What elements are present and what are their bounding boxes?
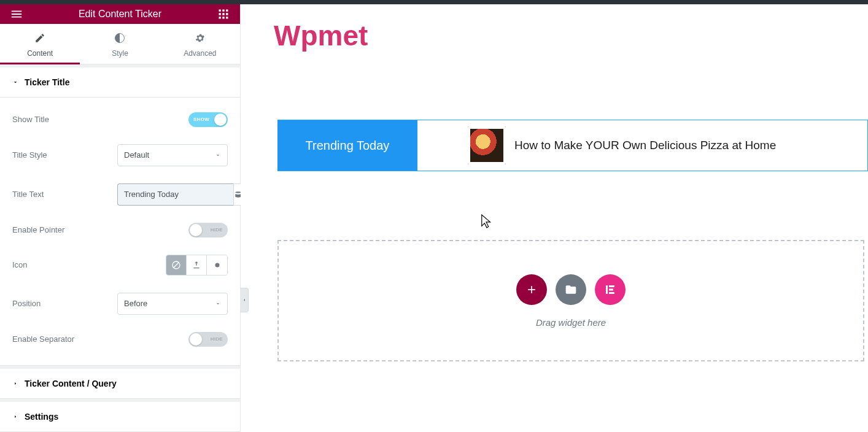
- icon-choice-group: [166, 255, 228, 276]
- tab-style[interactable]: Style: [80, 24, 160, 64]
- enable-pointer-label: Enable Pointer: [12, 225, 64, 234]
- control-icon: Icon: [12, 246, 228, 284]
- section-ticker-content-label: Ticker Content / Query: [25, 379, 117, 388]
- icon-choice-none[interactable]: [166, 255, 187, 275]
- title-style-value: Default: [124, 150, 149, 160]
- position-select[interactable]: Before: [117, 293, 228, 315]
- toggle-knob: [190, 224, 202, 236]
- hamburger-icon[interactable]: [9, 6, 25, 22]
- section-settings-label: Settings: [25, 412, 58, 422]
- toggle-label: HIDE: [211, 336, 223, 342]
- icon-choice-library[interactable]: [207, 255, 227, 275]
- tab-content[interactable]: Content: [0, 24, 80, 64]
- title-text-input[interactable]: [117, 183, 233, 206]
- widgets-grid-icon[interactable]: [215, 6, 231, 22]
- ticker-item-text: How to Make YOUR Own Delicious Pizza at …: [514, 139, 776, 152]
- caret-down-icon: [12, 79, 18, 85]
- dropzone-buttons: [516, 274, 626, 305]
- ticker-item-thumbnail: [468, 126, 506, 164]
- template-library-button[interactable]: [556, 274, 586, 305]
- control-show-title: Show Title SHOW: [12, 104, 228, 136]
- section-header-settings[interactable]: Settings: [0, 402, 240, 432]
- control-position: Position Before: [12, 284, 228, 323]
- title-style-label: Title Style: [12, 150, 47, 160]
- ticker-title: Trending Today: [277, 120, 417, 171]
- pencil-icon: [0, 33, 80, 45]
- section-header-ticker-content[interactable]: Ticker Content / Query: [0, 369, 240, 399]
- brand-heading: Wpmet: [274, 19, 868, 52]
- svg-point-2: [215, 263, 219, 267]
- caret-right-icon: [12, 380, 18, 387]
- control-title-style: Title Style Default: [12, 136, 228, 175]
- enable-pointer-toggle[interactable]: HIDE: [188, 223, 228, 237]
- editor-sidebar: Edit Content Ticker Content Style: [0, 4, 241, 432]
- toggle-knob: [190, 333, 202, 345]
- icon-label: Icon: [12, 260, 28, 269]
- toggle-label: SHOW: [193, 117, 209, 122]
- sidebar-tabs: Content Style Advanced: [0, 24, 240, 64]
- gear-icon: [160, 33, 240, 45]
- tab-advanced-label: Advanced: [184, 49, 216, 58]
- toggle-label: HIDE: [211, 227, 223, 233]
- show-title-label: Show Title: [12, 115, 49, 124]
- section-ticker-title: Ticker Title Show Title SHOW Title Style…: [0, 68, 240, 366]
- tab-advanced[interactable]: Advanced: [160, 24, 240, 64]
- title-text-label: Title Text: [12, 190, 44, 199]
- sidebar-title: Edit Content Ticker: [79, 9, 161, 20]
- tab-content-label: Content: [27, 49, 53, 58]
- elementskit-button[interactable]: [595, 274, 626, 305]
- tab-style-label: Style: [112, 49, 128, 58]
- collapse-sidebar-button[interactable]: [240, 288, 249, 312]
- show-title-toggle[interactable]: SHOW: [188, 112, 228, 127]
- control-enable-pointer: Enable Pointer HIDE: [12, 214, 228, 246]
- title-style-select[interactable]: Default: [117, 144, 228, 166]
- sidebar-header: Edit Content Ticker: [0, 4, 240, 24]
- section-title-label: Ticker Title: [25, 77, 69, 87]
- control-title-text: Title Text: [12, 175, 228, 214]
- editor-canvas[interactable]: Wpmet Trending Today How to Make YOUR Ow…: [241, 4, 868, 432]
- position-label: Position: [12, 299, 41, 308]
- cursor-pointer-icon: [480, 214, 494, 230]
- enable-separator-toggle[interactable]: HIDE: [188, 332, 228, 347]
- ticker-body: How to Make YOUR Own Delicious Pizza at …: [417, 120, 867, 171]
- control-enable-separator: Enable Separator HIDE: [12, 323, 228, 355]
- section-header-ticker-title[interactable]: Ticker Title: [0, 68, 240, 98]
- caret-right-icon: [12, 414, 18, 420]
- content-ticker-widget[interactable]: Trending Today How to Make YOUR Own Deli…: [277, 120, 868, 171]
- position-value: Before: [124, 299, 147, 308]
- toggle-knob: [214, 114, 227, 126]
- widget-dropzone[interactable]: Drag widget here: [277, 240, 864, 361]
- half-circle-icon: [80, 33, 160, 45]
- chevron-down-icon: [215, 298, 221, 309]
- add-widget-button[interactable]: [516, 274, 547, 305]
- dropzone-hint: Drag widget here: [536, 317, 606, 328]
- window-top-strip: [0, 0, 868, 4]
- enable-separator-label: Enable Separator: [12, 334, 74, 344]
- chevron-down-icon: [215, 150, 221, 161]
- icon-choice-upload[interactable]: [187, 255, 207, 275]
